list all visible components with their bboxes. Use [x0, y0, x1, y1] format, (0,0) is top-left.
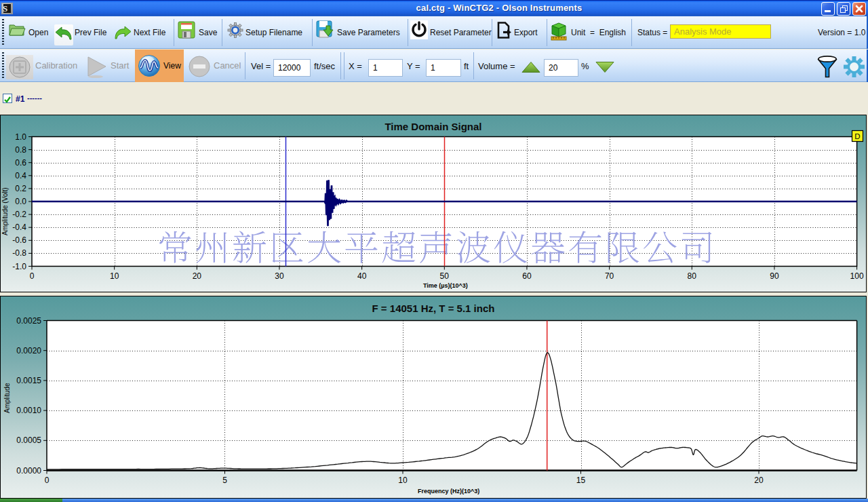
svg-text:Frequency (Hz)(10^3): Frequency (Hz)(10^3) — [418, 488, 479, 495]
svg-text:5: 5 — [222, 476, 227, 485]
svg-text:40: 40 — [357, 271, 367, 281]
svg-text:0.8: 0.8 — [15, 145, 26, 155]
svg-text:Time (µs)(10^3): Time (µs)(10^3) — [423, 282, 468, 289]
svg-text:10: 10 — [398, 476, 408, 485]
svg-text:90: 90 — [770, 271, 779, 281]
svg-text:70: 70 — [605, 271, 614, 281]
svg-text:-0.8: -0.8 — [12, 248, 26, 258]
svg-text:0.0010: 0.0010 — [16, 406, 41, 415]
svg-text:0.4: 0.4 — [15, 171, 26, 180]
svg-text:0.0025: 0.0025 — [16, 316, 41, 326]
svg-text:-1.0: -1.0 — [12, 262, 26, 271]
svg-text:20: 20 — [193, 271, 202, 281]
svg-text:0.0020: 0.0020 — [16, 346, 41, 355]
svg-text:0.6: 0.6 — [15, 158, 26, 168]
svg-text:0.0000: 0.0000 — [16, 466, 41, 476]
svg-text:100: 100 — [850, 271, 864, 281]
svg-text:-0.4: -0.4 — [12, 223, 26, 232]
svg-text:0.2: 0.2 — [15, 184, 26, 193]
svg-text:D: D — [854, 132, 860, 140]
svg-text:0: 0 — [30, 271, 35, 281]
svg-text:0.0005: 0.0005 — [16, 436, 41, 445]
svg-text:10: 10 — [110, 271, 119, 281]
svg-text:-0.6: -0.6 — [12, 235, 26, 245]
svg-text:20: 20 — [754, 476, 764, 485]
svg-text:0.0: 0.0 — [15, 197, 26, 206]
svg-text:80: 80 — [688, 271, 697, 281]
svg-text:30: 30 — [275, 271, 284, 281]
svg-text:1.0: 1.0 — [15, 132, 26, 142]
svg-text:-0.2: -0.2 — [12, 210, 26, 219]
svg-text:0: 0 — [45, 476, 50, 485]
svg-text:60: 60 — [522, 271, 532, 281]
svg-text:15: 15 — [576, 476, 586, 485]
svg-text:50: 50 — [440, 271, 450, 281]
svg-text:0.0015: 0.0015 — [16, 376, 41, 385]
